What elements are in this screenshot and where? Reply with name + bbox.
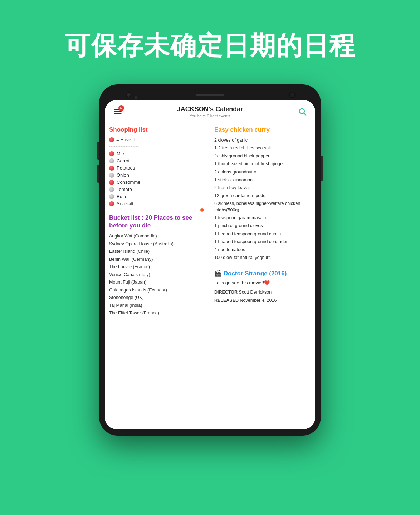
released-value: November 4, 2016 (240, 298, 277, 303)
speaker-grille (196, 94, 224, 96)
right-column: Easy chicken curry 2 cloves of garlic 1-… (210, 121, 315, 424)
item-dot-milk (109, 151, 114, 156)
item-dot-carrot (109, 158, 114, 163)
recipe-ingredient: 1 heaped teaspoon ground cumin (214, 231, 311, 237)
recipe-ingredient: 1 teaspoon garam masala (214, 215, 311, 221)
list-item: Butter (109, 194, 205, 199)
list-item: Angkor Wat (Cambodia) (109, 233, 205, 240)
item-label-carrot: Carrot (117, 158, 130, 163)
phone-button-right (321, 156, 323, 181)
movie-section-title: 🎬 Doctor Strange (2016) (214, 270, 311, 277)
movie-released: RELEASED November 4, 2016 (214, 297, 311, 304)
app-title: JACKSON's Calendar (177, 106, 243, 113)
recipe-ingredient: 1 heaped teaspoon ground coriander (214, 239, 311, 245)
app-header: N JACKSON's Calendar You have 6 kept eve… (105, 100, 315, 121)
camera-front-left (126, 92, 131, 97)
list-item: Galapagos Islands (Ecuador) (109, 287, 205, 294)
movie-director: DIRECTOR Scott Derrickson (214, 289, 311, 296)
item-label-consomme: Consomme (117, 180, 140, 185)
phone-top-bar (105, 91, 315, 100)
have-it-legend: = Have it (109, 137, 205, 142)
content-area: Shooping list = Have it ----------------… (105, 121, 315, 424)
list-item: Potatoes (109, 165, 205, 171)
recipe-ingredient: freshly ground black pepper (214, 153, 311, 159)
left-column: Shooping list = Have it ----------------… (105, 121, 210, 424)
recipe-ingredient: 1-2 fresh red chillies sea salt (214, 145, 311, 151)
recipe-ingredient: 1 thumb-sized piece of fresh ginger (214, 161, 311, 167)
phone-wrapper: N JACKSON's Calendar You have 6 kept eve… (0, 84, 420, 436)
item-dot-consomme (109, 180, 114, 185)
camera-front-right (289, 92, 296, 98)
recipe-ingredient: 100 qlow-fat natural yoghurt. (214, 254, 311, 261)
item-dot-onion (109, 173, 114, 178)
movie-section: 🎬 Doctor Strange (2016) Let's go see thi… (214, 266, 311, 304)
item-label-tomato: Tomato (117, 187, 132, 192)
list-item: Onion (109, 172, 205, 178)
movie-lets-go-text: Let's go see this movie!!❤️ (214, 280, 311, 285)
list-item: Sydney Opera House (Australia) (109, 241, 205, 247)
recipe-ingredient: 1 pinch of ground cloves (214, 222, 311, 229)
recipe-ingredient: 12 green cardamom pods (214, 192, 311, 199)
item-dot-potatoes (109, 166, 114, 171)
bucket-section-title: Bucket list : 20 Places to see before yo… (109, 214, 205, 230)
list-item: Tomato (109, 187, 205, 192)
item-label-seasalt: Sea salt (117, 201, 133, 206)
item-label-potatoes: Potatoes (117, 165, 135, 171)
list-item: Berlin Wall (Germany) (109, 256, 205, 263)
hero-title: 可保存未确定日期的日程 (0, 0, 420, 84)
item-label-onion: Onion (117, 172, 129, 178)
phone-button-left2 (97, 165, 99, 183)
app-subtitle: You have 6 kept events (177, 114, 243, 118)
phone-button-left1 (97, 142, 99, 160)
recipe-ingredient: 1 stick of cinnamon (214, 177, 311, 183)
shopping-section: Shooping list = Have it ----------------… (109, 126, 205, 206)
item-dot-seasalt (109, 201, 114, 206)
list-item: Mount Fuji (Japan) (109, 279, 205, 286)
list-item: Taj Mahal (India) (109, 303, 205, 309)
list-item: Carrot (109, 158, 205, 163)
phone-screen: N JACKSON's Calendar You have 6 kept eve… (105, 100, 315, 429)
recipe-section: Easy chicken curry 2 cloves of garlic 1-… (214, 126, 311, 261)
svg-line-1 (304, 113, 306, 116)
section-separator (109, 208, 205, 212)
header-center: JACKSON's Calendar You have 6 kept event… (177, 106, 243, 118)
director-label: DIRECTOR (214, 290, 238, 295)
list-item: The Eiffel Tower (France) (109, 310, 205, 317)
list-item: Sea salt (109, 201, 205, 206)
recipe-ingredient: 4 ripe tomatoes (214, 246, 311, 253)
search-icon (298, 107, 307, 116)
search-button[interactable] (296, 105, 309, 118)
released-label: RELEASED (214, 298, 239, 303)
recipe-ingredient: 2 cloves of garlic (214, 137, 311, 143)
list-item: Venice Canals (Italy) (109, 272, 205, 278)
list-item: Easter Island (Chile) (109, 249, 205, 255)
recipe-ingredient: 2 onions groundnut oil (214, 169, 311, 175)
recipe-section-title: Easy chicken curry (214, 126, 311, 133)
item-label-milk: Milk (117, 151, 125, 156)
sensor-dot (135, 96, 137, 99)
shopping-section-title: Shooping list (109, 126, 205, 133)
notification-badge: N (118, 105, 124, 111)
list-item: Consomme (109, 180, 205, 185)
list-item: Milk (109, 151, 205, 156)
phone-device: N JACKSON's Calendar You have 6 kept eve… (99, 84, 321, 436)
list-item: The Louvre (France) (109, 264, 205, 270)
recipe-ingredient: 2 fresh bay leaves (214, 185, 311, 191)
item-dot-tomato (109, 187, 114, 192)
bucket-section: Bucket list : 20 Places to see before yo… (109, 214, 205, 317)
orange-dot-indicator (200, 208, 204, 212)
page-background: 可保存未确定日期的日程 (0, 0, 420, 515)
have-it-text: = Have it (116, 137, 135, 142)
list-item: Stonehenge (UK) (109, 295, 205, 301)
red-dot-legend (109, 137, 114, 142)
shopping-divider: ------------------ (109, 144, 205, 148)
director-value: Scott Derrickson (239, 290, 272, 295)
item-label-butter: Butter (117, 194, 129, 199)
recipe-ingredient: 6 skinless, boneless higher-welfare chic… (214, 200, 311, 213)
item-dot-butter (109, 194, 114, 199)
menu-icon-wrap[interactable]: N (111, 105, 124, 118)
